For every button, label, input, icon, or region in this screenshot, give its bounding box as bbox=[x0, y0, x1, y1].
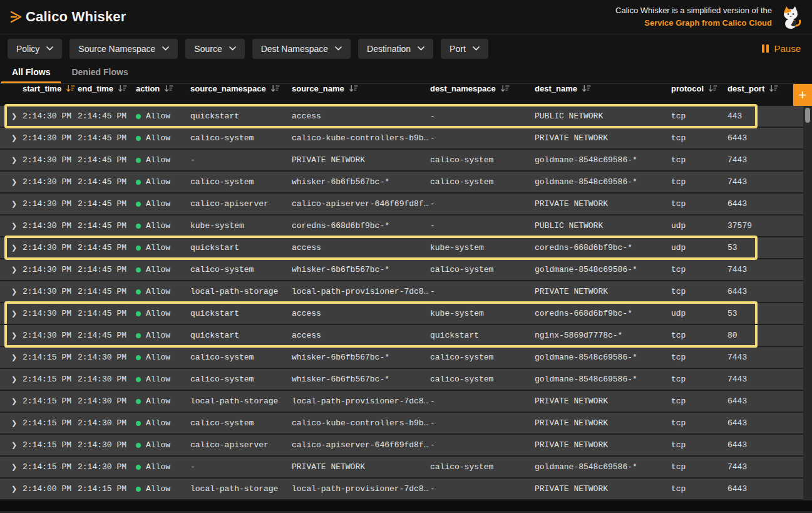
sort-icon[interactable] bbox=[708, 85, 717, 93]
expand-chevron-icon[interactable]: ❯ bbox=[0, 309, 23, 318]
scrollbar-thumb[interactable] bbox=[805, 108, 810, 123]
tab-label: Denied Flows bbox=[71, 67, 128, 77]
cell-action: Allow bbox=[136, 177, 190, 187]
tab-all-flows[interactable]: All Flows bbox=[1, 63, 61, 83]
table-row[interactable]: ❯ 2:14:15 PM 2:14:30 PM Allow calico-sys… bbox=[0, 347, 803, 369]
action-label: Allow bbox=[146, 221, 170, 231]
table-row[interactable]: ❯ 2:14:15 PM 2:14:30 PM Allow local-path… bbox=[0, 391, 803, 413]
service-graph-link[interactable]: Service Graph from Calico Cloud bbox=[644, 18, 772, 28]
cell-dest_namespace: - bbox=[430, 133, 535, 143]
cell-start_time: 2:14:30 PM bbox=[23, 309, 78, 318]
column-header-protocol[interactable]: protocol bbox=[671, 84, 727, 93]
cell-dest_namespace: - bbox=[430, 418, 535, 428]
sort-icon[interactable] bbox=[66, 85, 75, 93]
table-row[interactable]: ❯ 2:14:30 PM 2:14:45 PM Allow quickstart… bbox=[0, 106, 803, 128]
expand-chevron-icon[interactable]: ❯ bbox=[0, 419, 23, 427]
table-row[interactable]: ❯ 2:14:00 PM 2:14:15 PM Allow local-path… bbox=[0, 479, 803, 500]
column-header-dest_name[interactable]: dest_name bbox=[535, 84, 671, 93]
column-header-start_time[interactable]: start_time bbox=[23, 84, 78, 93]
filter-button-destination[interactable]: Destination bbox=[358, 39, 433, 59]
cell-action: Allow bbox=[136, 418, 190, 428]
cell-end_time: 2:14:45 PM bbox=[78, 221, 136, 231]
cell-dest_port: 7443 bbox=[727, 155, 803, 165]
expand-chevron-icon[interactable]: ❯ bbox=[0, 397, 23, 405]
filter-label: Dest Namespace bbox=[261, 44, 328, 54]
expand-chevron-icon[interactable]: ❯ bbox=[0, 222, 23, 230]
expand-chevron-icon[interactable]: ❯ bbox=[0, 441, 23, 449]
cell-action: Allow bbox=[136, 221, 190, 231]
expand-chevron-icon[interactable]: ❯ bbox=[0, 375, 23, 383]
cell-dest_name: PRIVATE NETWORK bbox=[535, 396, 671, 406]
cell-protocol: tcp bbox=[671, 375, 727, 384]
table-row[interactable]: ❯ 2:14:30 PM 2:14:45 PM Allow local-path… bbox=[0, 281, 803, 303]
action-label: Allow bbox=[146, 111, 170, 121]
cell-dest_namespace: calico-system bbox=[430, 155, 535, 165]
sort-icon[interactable] bbox=[164, 85, 173, 93]
expand-chevron-icon[interactable]: ❯ bbox=[0, 463, 23, 471]
cell-source_namespace: calico-system bbox=[190, 265, 292, 274]
column-header-dest_namespace[interactable]: dest_namespace bbox=[430, 84, 535, 93]
add-column-button[interactable]: + bbox=[793, 84, 812, 106]
table-row[interactable]: ❯ 2:14:30 PM 2:14:45 PM Allow calico-sys… bbox=[0, 259, 803, 281]
sort-icon[interactable] bbox=[349, 85, 358, 93]
expand-chevron-icon[interactable]: ❯ bbox=[0, 288, 23, 296]
column-header-source_namespace[interactable]: source_namespace bbox=[190, 84, 292, 93]
cell-start_time: 2:14:30 PM bbox=[23, 243, 78, 252]
filter-button-policy[interactable]: Policy bbox=[8, 39, 62, 59]
expand-chevron-icon[interactable]: ❯ bbox=[0, 244, 23, 252]
cell-source_name: access bbox=[292, 309, 430, 318]
app-header: Calico Whisker Calico Whisker is a simpl… bbox=[0, 0, 812, 34]
cell-action: Allow bbox=[136, 309, 190, 318]
expand-chevron-icon[interactable]: ❯ bbox=[0, 266, 23, 274]
table-row[interactable]: ❯ 2:14:30 PM 2:14:45 PM Allow calico-sys… bbox=[0, 128, 803, 150]
cell-source_name: calico-kube-controllers-b9b… bbox=[292, 133, 430, 143]
column-header-source_name[interactable]: source_name bbox=[292, 84, 430, 93]
cell-end_time: 2:14:30 PM bbox=[78, 396, 136, 406]
table-row[interactable]: ❯ 2:14:30 PM 2:14:45 PM Allow calico-sys… bbox=[0, 172, 803, 194]
expand-chevron-icon[interactable]: ❯ bbox=[0, 353, 23, 361]
cell-protocol: tcp bbox=[671, 331, 727, 340]
tab-denied-flows[interactable]: Denied Flows bbox=[61, 63, 138, 83]
sort-icon[interactable] bbox=[270, 85, 280, 93]
pause-button[interactable]: Pause bbox=[762, 43, 804, 54]
table-row[interactable]: ❯ 2:14:30 PM 2:14:45 PM Allow kube-syste… bbox=[0, 215, 803, 237]
pause-label: Pause bbox=[774, 43, 801, 54]
filter-button-source[interactable]: Source bbox=[185, 39, 244, 59]
column-header-end_time[interactable]: end_time bbox=[78, 84, 136, 93]
cell-end_time: 2:14:45 PM bbox=[78, 199, 136, 209]
cell-source_namespace: local-path-storage bbox=[190, 484, 292, 494]
cell-dest_name: coredns-668d6bf9bc-* bbox=[535, 309, 671, 318]
table-row[interactable]: ❯ 2:14:30 PM 2:14:45 PM Allow quickstart… bbox=[0, 237, 803, 259]
filter-button-port[interactable]: Port bbox=[441, 39, 488, 59]
table-row[interactable]: ❯ 2:14:15 PM 2:14:30 PM Allow calico-api… bbox=[0, 435, 803, 457]
filter-button-source-namespace[interactable]: Source Namespace bbox=[69, 39, 178, 59]
cell-start_time: 2:14:30 PM bbox=[23, 177, 78, 187]
cell-protocol: tcp bbox=[671, 353, 727, 362]
cell-dest_name: nginx-5869d7778c-* bbox=[535, 331, 671, 340]
expand-chevron-icon[interactable]: ❯ bbox=[0, 112, 23, 120]
sort-icon[interactable] bbox=[118, 85, 127, 93]
expand-chevron-icon[interactable]: ❯ bbox=[0, 331, 23, 339]
table-row[interactable]: ❯ 2:14:15 PM 2:14:30 PM Allow - PRIVATE … bbox=[0, 457, 803, 479]
expand-chevron-icon[interactable]: ❯ bbox=[0, 178, 23, 186]
expand-chevron-icon[interactable]: ❯ bbox=[0, 200, 23, 208]
cell-start_time: 2:14:15 PM bbox=[23, 396, 78, 406]
table-row[interactable]: ❯ 2:14:30 PM 2:14:45 PM Allow - PRIVATE … bbox=[0, 150, 803, 172]
table-body: ❯ 2:14:30 PM 2:14:45 PM Allow quickstart… bbox=[0, 106, 803, 500]
expand-chevron-icon[interactable]: ❯ bbox=[0, 485, 23, 493]
sort-icon[interactable] bbox=[769, 85, 778, 93]
cell-action: Allow bbox=[136, 484, 190, 494]
column-header-action[interactable]: action bbox=[136, 84, 190, 93]
table-row[interactable]: ❯ 2:14:30 PM 2:14:45 PM Allow calico-api… bbox=[0, 194, 803, 215]
expand-chevron-icon[interactable]: ❯ bbox=[0, 134, 23, 142]
table-row[interactable]: ❯ 2:14:15 PM 2:14:30 PM Allow calico-sys… bbox=[0, 369, 803, 391]
expand-chevron-icon[interactable]: ❯ bbox=[0, 156, 23, 164]
sort-icon[interactable] bbox=[582, 85, 591, 93]
filter-button-dest-namespace[interactable]: Dest Namespace bbox=[252, 39, 351, 59]
cell-start_time: 2:14:30 PM bbox=[23, 331, 78, 340]
vertical-scrollbar[interactable] bbox=[803, 106, 812, 500]
table-row[interactable]: ❯ 2:14:30 PM 2:14:45 PM Allow quickstart… bbox=[0, 303, 803, 325]
table-row[interactable]: ❯ 2:14:30 PM 2:14:45 PM Allow quickstart… bbox=[0, 325, 803, 347]
sort-icon[interactable] bbox=[500, 85, 510, 93]
table-row[interactable]: ❯ 2:14:15 PM 2:14:30 PM Allow calico-sys… bbox=[0, 413, 803, 435]
